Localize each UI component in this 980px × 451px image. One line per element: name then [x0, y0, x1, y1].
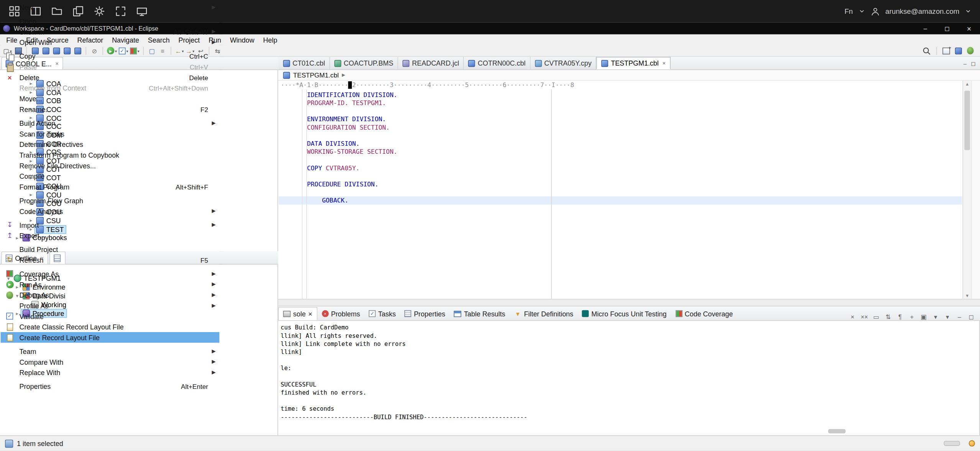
editor-console-sash[interactable]: [278, 299, 980, 306]
menu-item-accelerator: Alt+Shift+F: [176, 183, 219, 191]
console-tab-properties[interactable]: Properties: [400, 307, 450, 320]
menu-item-accelerator: F5: [200, 256, 219, 264]
scroll-down-icon[interactable]: ▼: [965, 293, 969, 298]
pin-console-icon[interactable]: +: [908, 313, 916, 320]
context-menu-item-rename[interactable]: Rename...F2: [1, 104, 220, 115]
editor-tab-testpgm1-cbl[interactable]: TESTPGM1.cbl×: [596, 57, 671, 69]
context-menu-item-replace-with[interactable]: Replace With▶: [1, 367, 220, 378]
context-menu-item-compare-with[interactable]: Compare With▶: [1, 357, 220, 367]
coverage-icon: [5, 269, 14, 278]
context-menu-item-profile-as[interactable]: Profile As▶: [1, 300, 220, 311]
restore-icon[interactable]: ◻: [936, 23, 958, 35]
editor-tab-readcard-jcl[interactable]: READCARD.jcl: [398, 57, 464, 69]
console-view[interactable]: cus Build: CardDemollink] All rights res…: [278, 321, 980, 435]
context-menu-item-open-with[interactable]: Open With▶: [1, 37, 220, 48]
context-menu-item-refresh[interactable]: ↻RefreshF5: [1, 255, 220, 265]
console-menu-icon[interactable]: ▾: [944, 313, 951, 320]
remove-all-terminated-icon[interactable]: ××: [861, 313, 868, 320]
context-menu-item-paste[interactable]: PasteCtrl+V: [1, 61, 220, 72]
fn-chevron-down-icon[interactable]: [859, 8, 865, 14]
console-icon: [283, 311, 291, 317]
editor-tab-cotrn00c-cbl[interactable]: COTRN00C.cbl: [464, 57, 531, 69]
context-menu-item-code-analysis[interactable]: Code Analysis▶: [1, 206, 220, 217]
context-menu-item-transform-program-to-copybook[interactable]: Transform Program to Copybook: [1, 150, 220, 160]
context-menu-item-debug-as[interactable]: Debug As▶: [1, 290, 220, 300]
code-editor-text[interactable]: IDENTIFICATION DIVISION. PROGRAM-ID. TES…: [281, 91, 959, 204]
editor-tab-cvtra05y-cpy[interactable]: CVTRA05Y.cpy: [530, 57, 596, 69]
editor-vertical-scrollbar[interactable]: ▲ ▼: [962, 81, 971, 299]
word-wrap-icon[interactable]: ¶: [896, 313, 904, 320]
console-tab-filter-definitions[interactable]: ▼Filter Definitions: [510, 307, 578, 320]
context-menu-item-delete[interactable]: ×DeleteDelete: [1, 72, 220, 83]
minimize-panel-icon[interactable]: –: [955, 313, 963, 320]
scroll-up-icon[interactable]: ▲: [965, 82, 969, 86]
context-menu-item-copy[interactable]: CopyCtrl+C: [1, 51, 220, 61]
editor-tab-coactup-bms[interactable]: COACTUP.BMS: [330, 57, 398, 69]
clear-console-icon[interactable]: ▭: [873, 313, 880, 320]
context-menu-item-program-flow-graph[interactable]: Program Flow Graph: [1, 195, 220, 206]
context-menu-item-compile[interactable]: Compile: [1, 171, 220, 181]
close-icon[interactable]: ×: [308, 310, 312, 318]
cobol-perspective-icon[interactable]: [954, 46, 963, 55]
user-email[interactable]: arunkse@amazon.com: [885, 8, 959, 15]
context-menu-item-coverage-as[interactable]: Coverage As▶: [1, 268, 220, 279]
context-menu-item-properties[interactable]: PropertiesAlt+Enter: [1, 381, 220, 392]
minimize-editor-icon[interactable]: –: [964, 61, 967, 67]
context-menu-item-import[interactable]: ↧Import▶: [1, 219, 220, 230]
context-menu: New▶OpenShow InAlt+Shift+W▶Open With▶Cop…: [0, 0, 220, 393]
terminate-icon[interactable]: ×: [849, 313, 857, 320]
debug-perspective-icon[interactable]: [965, 46, 974, 55]
context-menu-item-move[interactable]: Move...: [1, 93, 220, 104]
context-menu-item-scan-for-tasks[interactable]: Scan for Tasks: [1, 128, 220, 139]
context-menu-item-remove-from-context[interactable]: Remove from ContextCtrl+Alt+Shift+Down: [1, 82, 220, 93]
open-console-icon[interactable]: ▾: [932, 313, 939, 320]
console-line: SUCCESSFUL: [281, 380, 527, 388]
menu-item-label: Create Record Layout File: [20, 334, 100, 341]
console-tab-tasks[interactable]: ✓Tasks: [364, 307, 400, 320]
editor-tab-ct01c-cbl[interactable]: CT01C.cbl: [279, 57, 330, 69]
context-menu-item-remove-file-directives[interactable]: Remove File Directives...: [1, 160, 220, 171]
context-menu-item-show-in[interactable]: Show InAlt+Shift+W▶: [1, 26, 220, 37]
context-menu-item-build-project[interactable]: Build Project: [1, 244, 220, 255]
console-tab-table-results[interactable]: Table Results: [450, 307, 510, 320]
context-menu-item-open[interactable]: Open: [1, 16, 220, 26]
scrollbar-thumb[interactable]: [964, 91, 970, 150]
close-icon[interactable]: ×: [662, 60, 666, 66]
context-menu-item-create-record-layout-file[interactable]: Create Record Layout File: [1, 332, 220, 343]
code-line: CONFIGURATION SECTION.: [281, 123, 959, 131]
maximize-panel-icon[interactable]: ◻: [967, 313, 975, 320]
context-menu-item-determine-directives[interactable]: Determine Directives: [1, 139, 220, 150]
console-output[interactable]: cus Build: CardDemollink] All rights res…: [281, 323, 527, 421]
editor-strip-buttons: –◻: [964, 61, 980, 69]
run-icon: ▶: [5, 280, 14, 289]
menu-item-label: Create Classic Record Layout File: [20, 323, 124, 331]
context-menu-item-build-action[interactable]: Build Action▶: [1, 118, 220, 128]
minimize-icon[interactable]: –: [914, 23, 936, 35]
search-icon[interactable]: [922, 46, 931, 55]
account-chevron-down-icon[interactable]: [965, 8, 971, 14]
context-menu-item-create-classic-record-layout-file[interactable]: Create Classic Record Layout File: [1, 321, 220, 332]
scroll-lock-icon[interactable]: ⇅: [884, 313, 892, 320]
console-tab-sole[interactable]: sole×: [278, 307, 317, 320]
fn-label[interactable]: Fn: [844, 8, 853, 15]
console-scrollbar-thumb[interactable]: [828, 429, 846, 433]
context-menu-item-export[interactable]: ↥Export...: [1, 230, 220, 241]
context-menu-item-format-program[interactable]: Format ProgramAlt+Shift+F: [1, 181, 220, 192]
maximize-editor-icon[interactable]: ◻: [971, 61, 975, 67]
console-tab-problems[interactable]: ×Problems: [317, 307, 364, 320]
open-perspective-icon[interactable]: [942, 46, 951, 55]
debug-icon: [5, 290, 14, 300]
close-icon[interactable]: ×: [958, 23, 980, 35]
context-menu-item-team[interactable]: Team▶: [1, 346, 220, 357]
menu-window[interactable]: Window: [225, 35, 259, 45]
console-tab-micro-focus-unit-testing[interactable]: Micro Focus Unit Testing: [578, 307, 671, 320]
console-tab-code-coverage[interactable]: Code Coverage: [671, 307, 737, 320]
context-menu-item-new[interactable]: New▶: [1, 2, 220, 13]
context-menu-item-validate[interactable]: ✓Validate: [1, 311, 220, 321]
display-selected-console-icon[interactable]: ▣: [920, 313, 927, 320]
code-line: GOBACK.: [281, 196, 959, 204]
menu-help[interactable]: Help: [259, 35, 282, 45]
breadcrumb[interactable]: TESTPGM1.cbl ▶: [278, 70, 980, 81]
editor-tab-label: COTRN00C.cbl: [478, 59, 526, 67]
context-menu-item-run-as[interactable]: ▶Run As▶: [1, 279, 220, 290]
